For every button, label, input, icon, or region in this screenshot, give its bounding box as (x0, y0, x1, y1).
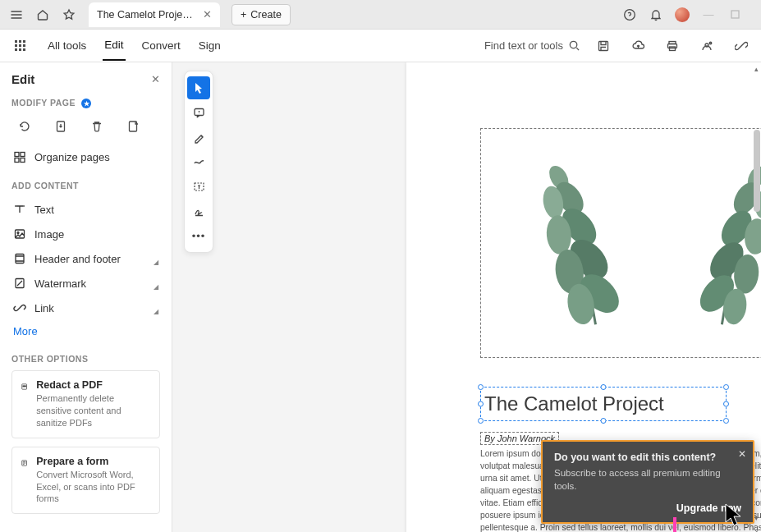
title-selection-box[interactable]: The Camelot Project (480, 387, 727, 421)
bell-icon[interactable] (644, 3, 667, 26)
svg-rect-6 (19, 44, 21, 47)
save-icon[interactable] (592, 34, 615, 57)
card-redact[interactable]: Redact a PDF Permanently delete sensitiv… (11, 370, 160, 438)
close-sidebar-icon[interactable]: ✕ (151, 73, 160, 85)
upgrade-now-button[interactable]: Upgrade now (676, 502, 741, 514)
link-icon (13, 301, 26, 314)
svg-rect-5 (15, 44, 17, 47)
section-other: OTHER OPTIONS (11, 354, 160, 364)
upgrade-popup: ✕ Do you want to edit this content? Subs… (541, 440, 754, 524)
close-popup-icon[interactable]: ✕ (738, 448, 746, 460)
svg-rect-7 (23, 44, 25, 47)
sidebar-item-header-footer[interactable]: Header and footer ◢ (11, 246, 160, 271)
sidebar-item-link[interactable]: Link ◢ (11, 296, 160, 320)
svg-rect-22 (15, 158, 19, 163)
svg-rect-3 (19, 40, 21, 43)
svg-point-0 (625, 9, 635, 20)
link-icon[interactable] (730, 34, 753, 57)
window-minimize-icon[interactable]: — (697, 3, 720, 26)
redact-icon (21, 379, 28, 394)
menu-sign[interactable]: Sign (197, 31, 222, 60)
find-text[interactable]: Find text or tools (484, 39, 580, 52)
image-selection-box[interactable] (480, 128, 761, 358)
hamburger-icon[interactable] (5, 3, 28, 26)
highlight-tool-icon[interactable] (187, 126, 210, 149)
svg-rect-21 (21, 153, 25, 157)
popup-body: Subscribe to access all premium editing … (554, 466, 741, 493)
create-button[interactable]: + Create (232, 4, 291, 25)
star-icon[interactable] (57, 3, 80, 26)
extract-page-icon[interactable] (49, 115, 72, 138)
popup-title: Do you want to edit this content? (554, 452, 741, 463)
leaf-image (481, 129, 761, 357)
scroll-down-icon[interactable]: ⌄ (752, 525, 761, 532)
rotate-icon[interactable] (13, 115, 36, 138)
grid-icon[interactable] (8, 34, 31, 57)
home-icon[interactable] (31, 3, 54, 26)
scroll-thumb[interactable] (754, 130, 760, 212)
svg-rect-15 (670, 47, 676, 51)
more-link[interactable]: More (11, 320, 160, 342)
toolbar: All tools Edit Convert Sign Find text or… (0, 30, 761, 62)
section-modify: MODIFY PAGE ★ (11, 98, 160, 108)
sidebar-item-watermark[interactable]: Watermark ◢ (11, 271, 160, 296)
add-text-tool-icon[interactable] (187, 175, 210, 198)
menu-all-tools[interactable]: All tools (46, 31, 88, 60)
avatar[interactable] (671, 3, 694, 26)
draw-tool-icon[interactable] (187, 150, 210, 173)
header-footer-icon (13, 252, 26, 265)
help-icon[interactable] (618, 3, 641, 26)
svg-point-25 (17, 232, 19, 234)
sidebar-item-text[interactable]: Text (11, 197, 160, 222)
document-title: The Camelot Project (484, 392, 664, 415)
find-label: Find text or tools (484, 39, 563, 52)
svg-rect-29 (23, 386, 25, 387)
select-tool-icon[interactable] (187, 76, 210, 99)
tab-title: The Camelot Project... (97, 9, 196, 21)
card-prepare-form[interactable]: Prepare a form Convert Microsoft Word, E… (11, 447, 160, 515)
svg-rect-8 (15, 48, 17, 51)
svg-rect-10 (23, 48, 25, 51)
print-icon[interactable] (661, 34, 684, 57)
svg-rect-9 (19, 48, 21, 51)
window-maximize-icon[interactable] (723, 3, 746, 26)
chevron-down-icon: ◢ (154, 259, 158, 266)
floating-toolbar: ••• (184, 71, 213, 253)
menu-convert[interactable]: Convert (140, 31, 182, 60)
svg-rect-20 (15, 153, 19, 157)
delete-page-icon[interactable] (85, 115, 108, 138)
info-badge-icon[interactable]: ★ (81, 99, 91, 108)
close-tab-icon[interactable]: ✕ (203, 8, 212, 21)
document-tab[interactable]: The Camelot Project... ✕ (89, 2, 220, 27)
card-title: Redact a PDF (36, 379, 151, 391)
svg-rect-26 (16, 255, 24, 264)
image-icon (13, 227, 26, 241)
form-icon (21, 456, 28, 470)
section-add: ADD CONTENT (11, 181, 160, 190)
card-title: Prepare a form (36, 456, 151, 467)
svg-rect-23 (21, 158, 25, 163)
svg-point-11 (570, 41, 576, 48)
more-tools-icon[interactable]: ••• (187, 224, 210, 247)
sidebar-item-organize[interactable]: Organize pages (11, 144, 160, 169)
share-icon[interactable] (695, 34, 718, 57)
svg-rect-2 (15, 40, 17, 43)
watermark-icon (13, 277, 26, 290)
svg-rect-12 (599, 41, 608, 50)
cloud-upload-icon[interactable] (626, 34, 649, 57)
sign-tool-icon[interactable] (187, 200, 210, 222)
sidebar: Edit ✕ MODIFY PAGE ★ Organize pages ADD … (0, 62, 172, 532)
card-sub: Permanently delete sensitive content and… (36, 392, 151, 429)
text-icon (13, 203, 26, 216)
comment-tool-icon[interactable] (187, 101, 210, 124)
sidebar-item-image[interactable]: Image (11, 222, 160, 246)
insert-page-icon[interactable] (121, 115, 144, 138)
plus-icon: + (241, 9, 246, 21)
titlebar: The Camelot Project... ✕ + Create — (0, 0, 761, 30)
chevron-down-icon: ◢ (154, 308, 158, 315)
menu-edit[interactable]: Edit (103, 30, 125, 61)
window-close-icon[interactable] (750, 3, 756, 26)
card-sub: Convert Microsoft Word, Excel, or scans … (36, 469, 151, 506)
scroll-up-icon[interactable]: ▴ (752, 64, 761, 73)
chevron-down-icon: ◢ (154, 283, 158, 291)
